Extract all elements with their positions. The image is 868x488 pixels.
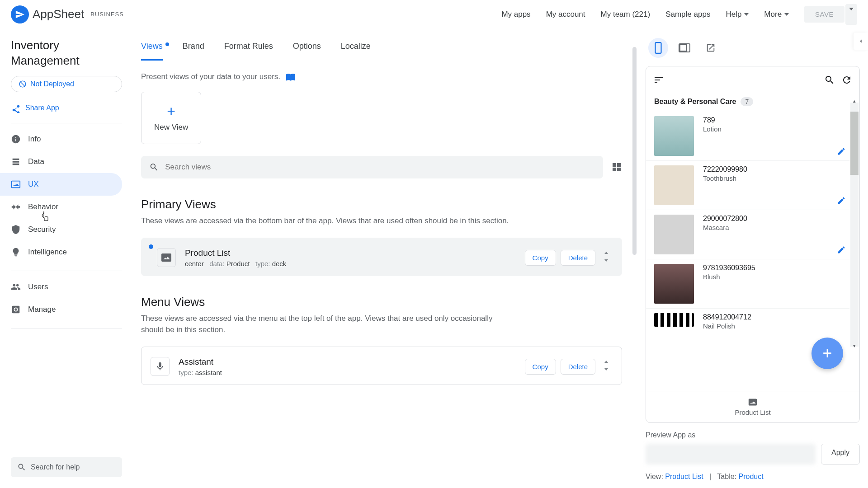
content-hint: Present views of your data to your users… xyxy=(141,72,622,82)
nav-my-account[interactable]: My account xyxy=(546,10,585,19)
sidebar-item-label: Behavior xyxy=(28,202,58,211)
apply-button[interactable]: Apply xyxy=(821,444,860,465)
chevron-down-icon xyxy=(744,13,749,16)
product-image xyxy=(654,215,694,254)
list-item[interactable]: 9781936093695 Blush xyxy=(646,259,849,309)
scrollbar-down-icon[interactable]: ▾ xyxy=(850,343,859,349)
copy-button[interactable]: Copy xyxy=(525,359,556,375)
phone-bottom-nav[interactable]: Product List xyxy=(646,391,859,422)
image-icon xyxy=(157,248,176,267)
ux-icon xyxy=(11,179,21,189)
chevron-down-icon xyxy=(784,13,789,16)
sidebar-item-users[interactable]: Users xyxy=(0,276,122,298)
not-deployed-icon xyxy=(19,80,27,88)
list-item[interactable]: 72220099980 Toothbrush xyxy=(646,161,849,210)
edit-icon[interactable] xyxy=(837,196,846,205)
new-view-button[interactable]: + New View xyxy=(141,92,201,144)
deploy-status-pill[interactable]: Not Deployed xyxy=(11,76,122,92)
edit-icon[interactable] xyxy=(837,245,846,254)
share-app-link[interactable]: Share App xyxy=(11,100,122,116)
search-views-box[interactable] xyxy=(141,156,603,178)
category-name: Beauty & Personal Care xyxy=(654,98,736,106)
tab-brand[interactable]: Brand xyxy=(183,42,204,61)
nav-help[interactable]: Help xyxy=(726,10,749,19)
nav-sample-apps[interactable]: Sample apps xyxy=(665,10,710,19)
view-card-product-list[interactable]: Product List center data: Product type: … xyxy=(141,238,622,276)
copy-button[interactable]: Copy xyxy=(525,250,556,266)
sidebar-item-info[interactable]: Info xyxy=(0,128,122,150)
sidebar-item-behavior[interactable]: Behavior xyxy=(0,196,122,218)
content-scrollbar[interactable] xyxy=(632,47,637,255)
product-name: Blush xyxy=(703,273,841,281)
table-link[interactable]: Product xyxy=(738,473,763,480)
nav-my-apps[interactable]: My apps xyxy=(501,10,530,19)
list-item[interactable]: 789 Lotion xyxy=(646,112,849,161)
view-card-assistant[interactable]: Assistant type: assistant Copy Delete xyxy=(141,347,622,385)
nav-more[interactable]: More xyxy=(764,10,789,19)
shield-icon xyxy=(11,225,21,235)
list-item[interactable]: 884912004712 Nail Polish xyxy=(646,309,849,334)
intelligence-icon xyxy=(11,247,21,257)
preview-links: View: Product List | Table: Product xyxy=(646,473,860,481)
delete-button[interactable]: Delete xyxy=(561,250,595,266)
view-link[interactable]: Product List xyxy=(665,473,703,480)
product-id: 9781936093695 xyxy=(703,264,841,272)
delete-button[interactable]: Delete xyxy=(561,359,595,375)
chevron-down-icon xyxy=(849,8,854,18)
search-views-input[interactable] xyxy=(165,163,595,172)
primary-views-desc: These views are accessed via the bottom … xyxy=(141,215,512,227)
share-app-label: Share App xyxy=(25,104,59,112)
sidebar-divider xyxy=(11,271,122,271)
help-search-placeholder: Search for help xyxy=(31,463,80,471)
fab-add-button[interactable]: + xyxy=(811,338,843,369)
brand-text: AppSheet xyxy=(33,7,84,21)
product-name: Lotion xyxy=(703,125,841,133)
edit-icon[interactable] xyxy=(837,147,846,156)
view-card-title: Product List xyxy=(185,248,516,258)
svg-rect-1 xyxy=(656,42,661,53)
preview-scrollbar-thumb[interactable] xyxy=(850,112,859,175)
save-dropdown[interactable] xyxy=(845,4,857,25)
view-card-position: center xyxy=(185,260,204,267)
save-button[interactable]: SAVE xyxy=(804,6,844,23)
view-card-actions: Copy Delete xyxy=(525,250,613,266)
primary-views-heading: Primary Views xyxy=(141,197,622,211)
reorder-handle-icon[interactable] xyxy=(600,252,613,263)
device-toggle xyxy=(646,33,860,66)
data-icon xyxy=(11,157,21,167)
nav-help-label: Help xyxy=(726,10,741,19)
behavior-icon xyxy=(11,202,21,212)
device-fullscreen-button[interactable] xyxy=(701,38,721,58)
search-icon xyxy=(17,463,26,472)
reorder-handle-icon[interactable] xyxy=(600,361,613,372)
tab-options[interactable]: Options xyxy=(293,42,321,61)
plus-icon: + xyxy=(167,104,175,118)
help-search-box[interactable]: Search for help xyxy=(11,457,122,477)
left-sidebar: Inventory Management Not Deployed Share … xyxy=(0,29,127,488)
sidebar-item-security[interactable]: Security xyxy=(0,218,122,241)
search-icon[interactable] xyxy=(824,75,835,85)
sidebar-item-ux[interactable]: UX xyxy=(0,173,122,196)
brand-logo[interactable]: AppSheet BUSINESS xyxy=(11,5,124,23)
list-item[interactable]: 29000072800 Mascara xyxy=(646,210,849,259)
collapse-preview-icon[interactable] xyxy=(854,33,868,50)
sidebar-item-data[interactable]: Data xyxy=(0,150,122,173)
info-icon xyxy=(11,134,21,144)
sort-icon[interactable] xyxy=(653,75,664,85)
sidebar-item-label: Intelligence xyxy=(28,248,67,257)
sidebar-item-manage[interactable]: Manage xyxy=(0,298,122,321)
sidebar-item-intelligence[interactable]: Intelligence xyxy=(0,241,122,263)
preview-panel: ▴ ▾ Beauty & Personal Care 7 789 Lotion xyxy=(637,29,868,488)
category-count-badge: 7 xyxy=(741,97,753,106)
tab-views[interactable]: Views xyxy=(141,42,163,61)
book-icon[interactable] xyxy=(286,72,296,82)
tab-format-rules[interactable]: Format Rules xyxy=(224,42,273,61)
refresh-icon[interactable] xyxy=(841,75,852,85)
tab-localize[interactable]: Localize xyxy=(341,42,371,61)
svg-rect-3 xyxy=(680,45,686,51)
nav-my-team[interactable]: My team (221) xyxy=(601,10,651,19)
grid-view-icon[interactable] xyxy=(611,162,622,173)
device-tablet-button[interactable] xyxy=(675,38,694,58)
device-mobile-button[interactable] xyxy=(648,38,668,58)
preview-as-input[interactable] xyxy=(646,444,816,465)
